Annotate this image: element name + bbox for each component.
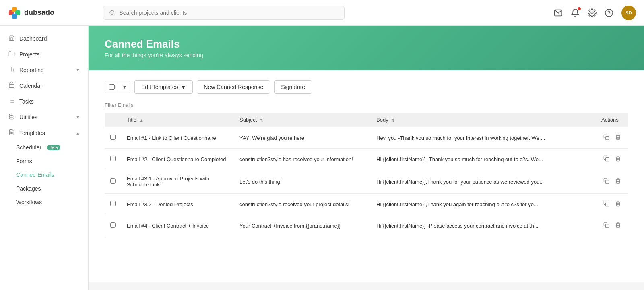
- sidebar-item-utilities[interactable]: Utilities ▼: [0, 109, 88, 125]
- sidebar-sub-item-packages[interactable]: Packages: [0, 182, 88, 195]
- select-all-checkbox-wrap[interactable]: [105, 81, 119, 93]
- templates-icon: [8, 129, 15, 137]
- row-checkbox-cell[interactable]: [105, 170, 121, 194]
- signature-button[interactable]: Signature: [274, 80, 312, 94]
- page-subtitle: For all the things you're always sending: [105, 52, 628, 58]
- search-area[interactable]: [103, 6, 345, 20]
- sidebar-sub-canned-emails-label: Canned Emails: [16, 172, 54, 178]
- settings-icon-wrap[interactable]: [588, 8, 597, 17]
- edit-templates-label: Edit Templates: [141, 84, 178, 90]
- sidebar-sub-packages-label: Packages: [16, 185, 41, 192]
- row-checkbox-cell[interactable]: [105, 215, 121, 236]
- logo-text: dubsado: [24, 8, 54, 17]
- table-body: Email #1 - Link to Client Questionnaire …: [105, 127, 628, 236]
- sidebar-sub-item-canned-emails[interactable]: Canned Emails: [0, 168, 88, 182]
- row-actions-3: [601, 199, 622, 209]
- new-canned-response-button[interactable]: New Canned Response: [197, 80, 270, 94]
- body-sort-icon: ⇅: [391, 118, 394, 122]
- bell-icon-wrap[interactable]: [571, 8, 580, 17]
- row-checkbox-cell[interactable]: [105, 194, 121, 215]
- svg-rect-13: [9, 83, 14, 88]
- sidebar: Dashboard Projects Reporting ▼ Calendar: [0, 26, 89, 290]
- copy-icon-4[interactable]: [602, 221, 611, 230]
- mail-icon: [554, 8, 563, 17]
- row-title-3: Email #3.2 - Denied Projects: [121, 194, 234, 215]
- table-row: Email #3.2 - Denied Projects constructio…: [105, 194, 628, 215]
- sidebar-sub-item-scheduler[interactable]: Scheduler Beta: [0, 141, 88, 154]
- delete-icon-1[interactable]: [614, 154, 622, 164]
- sidebar-item-calendar[interactable]: Calendar: [0, 78, 88, 93]
- beta-badge: Beta: [47, 145, 60, 150]
- delete-icon-3[interactable]: [614, 199, 622, 209]
- table-row: Email #3.1 - Approved Projects with Sche…: [105, 170, 628, 194]
- title-sort-icon: ▲: [140, 118, 144, 122]
- copy-icon-1[interactable]: [602, 154, 611, 164]
- row-title-4: Email #4 - Client Contract + Invoice: [121, 215, 234, 236]
- row-actions-2: [601, 177, 622, 186]
- row-checkbox-cell[interactable]: [105, 127, 121, 149]
- table-row: Email #2 - Client Questionnaire Complete…: [105, 149, 628, 170]
- help-icon-wrap[interactable]: [605, 8, 613, 17]
- subject-col-label: Subject: [239, 117, 257, 123]
- search-input[interactable]: [119, 10, 339, 16]
- row-checkbox-cell[interactable]: [105, 149, 121, 170]
- actions-col-label: Actions: [601, 117, 619, 123]
- svg-rect-29: [606, 203, 609, 206]
- delete-icon-4[interactable]: [614, 221, 622, 230]
- sidebar-item-projects[interactable]: Projects: [0, 46, 88, 62]
- calendar-icon: [8, 82, 15, 89]
- mail-icon-wrap[interactable]: [554, 8, 563, 17]
- content-area: Canned Emails For all the things you're …: [89, 26, 644, 290]
- svg-point-4: [110, 10, 114, 14]
- col-header-body[interactable]: Body ⇅: [371, 113, 596, 127]
- row-body-0: Hey, you -Thank you so much for your int…: [371, 127, 596, 149]
- sidebar-sub-forms-label: Forms: [16, 158, 32, 164]
- delete-icon-0[interactable]: [614, 133, 622, 143]
- table-row: Email #4 - Client Contract + Invoice You…: [105, 215, 628, 236]
- sidebar-item-dashboard[interactable]: Dashboard: [0, 31, 88, 46]
- sidebar-sub-item-forms[interactable]: Forms: [0, 154, 88, 168]
- select-dropdown-chevron[interactable]: ▼: [119, 81, 130, 93]
- svg-point-8: [605, 9, 613, 16]
- row-checkbox-3[interactable]: [110, 201, 116, 206]
- col-header-subject[interactable]: Subject ⇅: [234, 113, 371, 127]
- sidebar-item-reporting[interactable]: Reporting ▼: [0, 62, 88, 78]
- sidebar-item-tasks[interactable]: Tasks: [0, 93, 88, 109]
- copy-icon-3[interactable]: [602, 199, 611, 209]
- row-checkbox-0[interactable]: [110, 135, 116, 140]
- svg-rect-28: [606, 180, 609, 184]
- reporting-chevron: ▼: [76, 68, 80, 72]
- avatar[interactable]: SD: [621, 6, 636, 20]
- select-all-dropdown[interactable]: ▼: [105, 81, 130, 93]
- col-header-title[interactable]: Title ▲: [121, 113, 234, 127]
- edit-templates-button[interactable]: Edit Templates ▼: [134, 80, 193, 94]
- sidebar-item-calendar-label: Calendar: [19, 83, 42, 89]
- table-row: Email #1 - Link to Client Questionnaire …: [105, 127, 628, 149]
- row-subject-4: Your Contract +Invoice from {{brand.name…: [234, 215, 371, 236]
- delete-icon-2[interactable]: [614, 177, 622, 186]
- content-body: ▼ Edit Templates ▼ New Canned Response S…: [89, 70, 644, 282]
- body-col-label: Body: [376, 117, 388, 123]
- svg-line-5: [114, 14, 115, 15]
- copy-icon-0[interactable]: [602, 133, 611, 143]
- row-checkbox-1[interactable]: [110, 156, 116, 161]
- projects-icon: [8, 50, 15, 58]
- svg-rect-30: [606, 224, 609, 228]
- svg-point-23: [9, 114, 14, 115]
- sidebar-sub-item-workflows[interactable]: Workflows: [0, 195, 88, 209]
- row-checkbox-4[interactable]: [110, 222, 116, 228]
- row-actions-cell-0: [596, 127, 628, 149]
- sidebar-sub-scheduler-label: Scheduler: [16, 144, 41, 151]
- sidebar-item-templates[interactable]: Templates ▲: [0, 125, 88, 141]
- toolbar: ▼ Edit Templates ▼ New Canned Response S…: [105, 80, 628, 94]
- sidebar-item-reporting-label: Reporting: [19, 67, 44, 73]
- row-body-3: Hi {{client.firstName}},Thank you again …: [371, 194, 596, 215]
- sidebar-item-projects-label: Projects: [19, 51, 40, 58]
- dashboard-icon: [8, 35, 15, 42]
- copy-icon-2[interactable]: [602, 177, 611, 186]
- select-all-checkbox[interactable]: [109, 84, 115, 90]
- row-checkbox-2[interactable]: [110, 178, 116, 184]
- row-actions-4: [601, 221, 622, 230]
- filter-label: Filter Emails: [105, 102, 628, 108]
- row-subject-3: construction2style received your project…: [234, 194, 371, 215]
